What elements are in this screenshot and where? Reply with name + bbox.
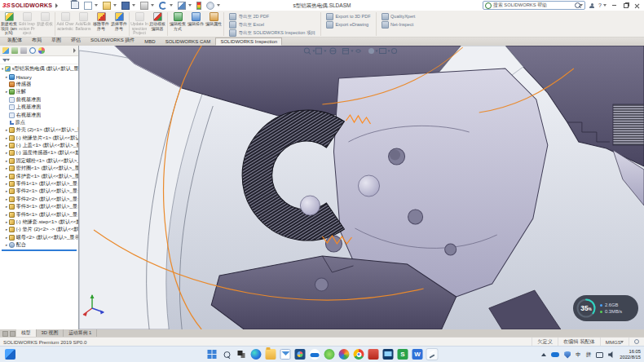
tree-item-component[interactable]: ▸零件2<1> (默认<<默认>_显示状态 (0, 188, 78, 195)
widgets-button[interactable] (5, 349, 15, 360)
displaymanager-tab-icon[interactable] (38, 47, 45, 54)
rebuild-icon[interactable] (196, 2, 201, 10)
tab-model[interactable]: 模型 (16, 329, 37, 337)
new-document-icon[interactable] (84, 2, 92, 10)
tab-3d-views[interactable]: 3D 视图 (37, 329, 64, 337)
login-icon[interactable] (589, 3, 594, 8)
tree-root[interactable]: ▾s型铠装热电偶 (默认<默认_显示状态-1> (0, 65, 78, 73)
select-icon[interactable] (178, 2, 186, 10)
print-dropdown-icon[interactable] (151, 4, 154, 7)
propertymanager-tab-icon[interactable] (11, 47, 18, 54)
save-icon[interactable] (121, 2, 130, 10)
panel-overflow-chevron-icon[interactable] (73, 48, 76, 53)
export-2d-pdf-button[interactable]: 导出至 2D PDF (229, 13, 315, 20)
tab-assembly[interactable]: 装配体 (2, 35, 27, 46)
options-dropdown-icon[interactable] (217, 4, 220, 7)
add-edit-balloons-button[interactable]: Add/Edit Balloons (74, 11, 92, 31)
home-icon[interactable] (71, 2, 79, 9)
tree-item-component[interactable]: ▸固定螺栓<1> (默认<<默认>_显示 (0, 157, 78, 165)
update-inspection-project-button[interactable]: Update Inspection Project (130, 11, 148, 36)
volume-icon[interactable] (608, 351, 615, 358)
help-icon[interactable]: ? (598, 2, 602, 8)
tree-item-component[interactable]: ▸零件3<1> (默认<<默认>_显示状态 (0, 203, 78, 210)
undo-icon[interactable] (159, 2, 167, 10)
tree-item-mates[interactable]: ▸配合 (0, 241, 78, 249)
search-icon[interactable] (575, 2, 580, 8)
tree-item-top-plane[interactable]: 上视基准面 (0, 104, 78, 111)
tree-item-component[interactable]: ▸零件5<1> (默认<<默认>_显示状态 (0, 210, 78, 218)
app-red-icon[interactable] (368, 349, 379, 360)
solidworks-taskbar-icon[interactable] (427, 349, 438, 360)
tree-item-component[interactable]: ▸(-) 垫片 (2)<2> -> (默认<<默认> (0, 226, 78, 233)
undo-dropdown-icon[interactable] (170, 4, 173, 7)
tray-onedrive-icon[interactable] (551, 352, 559, 357)
add-characteristic-button[interactable]: Add Characteristic (56, 11, 74, 31)
restore-button[interactable] (622, 2, 629, 9)
tab-scroll-left-icon[interactable] (2, 331, 8, 337)
tab-solidworks-inspection[interactable]: SOLIDWORKS Inspection (215, 38, 282, 46)
new-inspection-project-button[interactable]: 新建检查项目 (amp;N) (0, 11, 18, 36)
save-dropdown-icon[interactable] (132, 4, 135, 7)
wps-icon[interactable]: W (412, 349, 423, 360)
tree-item-annotations[interactable]: ▸注解 (0, 88, 78, 95)
tree-item-component[interactable]: ▸密封圈<1> (默认<<默认>_显示状 (0, 165, 78, 172)
dimxpertmanager-tab-icon[interactable] (29, 47, 36, 54)
network-icon[interactable] (596, 352, 603, 358)
start-button[interactable] (207, 349, 218, 360)
edit-inspection-project-button[interactable]: Edit Inspection Project (18, 11, 36, 36)
options-icon[interactable] (206, 2, 214, 10)
photos-icon[interactable] (295, 349, 306, 360)
tree-item-right-plane[interactable]: 右视基准面 (0, 111, 78, 118)
tab-solidworks-cam[interactable]: SOLIDWORKS CAM (161, 38, 216, 46)
tray-security-shield-icon[interactable] (564, 351, 571, 359)
featuremanager-tree-tab-icon[interactable] (2, 47, 9, 54)
edit-operation-button[interactable]: 编辑操作 (187, 11, 205, 27)
model-viewport[interactable]: 35% 2.6GB 0.3MB/s (79, 46, 644, 329)
app-s-icon[interactable]: S (398, 349, 408, 360)
filter-dropdown-icon[interactable] (7, 59, 10, 61)
launch-template-editor-button[interactable]: 启动模板编辑器 (148, 11, 166, 31)
ime-mode-indicator[interactable]: 拼 (586, 351, 592, 359)
new-dropdown-icon[interactable] (95, 4, 98, 7)
mail-icon[interactable] (280, 349, 291, 360)
tree-item-component[interactable]: ▸(-) 绝缘垫片<1> (默认<<默认>_显 (0, 135, 78, 142)
minimize-button[interactable] (611, 2, 618, 9)
search-input[interactable]: 搜索 SOLIDWORKS 帮助 (483, 1, 585, 10)
browser-pinwheel-icon[interactable] (339, 349, 350, 360)
hide-show-items-icon[interactable] (368, 48, 374, 54)
print-icon[interactable] (140, 2, 148, 10)
open-icon[interactable] (103, 2, 111, 10)
net-inspect-button[interactable]: Net-Inspect (382, 21, 416, 29)
performance-widget[interactable]: 35% 2.6GB 0.3MB/s (573, 295, 638, 321)
file-explorer-icon[interactable] (266, 349, 276, 360)
tree-item-component[interactable]: ▸保护套<1> (默认<<默认>_显示状 (0, 172, 78, 179)
tab-motion-study[interactable]: 运动算例 1 (64, 329, 97, 337)
onedrive-icon[interactable] (310, 349, 320, 360)
export-3d-pdf-button[interactable]: Export to 3D PDF (326, 13, 371, 20)
help-dropdown-icon[interactable] (603, 4, 607, 7)
tree-item-front-plane[interactable]: 前视基准面 (0, 96, 78, 104)
tree-item-component[interactable]: ▸(-) 上盖<1> (默认<<默认>_显示状 (0, 142, 78, 149)
tree-item-component[interactable]: ▸零件2<2> (默认<<默认>_显示状态 (0, 196, 78, 203)
tab-addins[interactable]: SOLIDWORKS 插件 (86, 35, 139, 46)
units-selector[interactable]: MMGS (600, 338, 629, 346)
tree-filter-row[interactable] (0, 56, 78, 64)
tree-item-origin[interactable]: 原点 (0, 119, 78, 126)
edit-properties-button[interactable]: 编辑属性 (205, 11, 223, 27)
export-edrawing-button[interactable]: Export eDrawing (326, 21, 371, 29)
taskbar-clock[interactable]: 16:05 2022/8/15 (620, 349, 641, 360)
configurationmanager-tab-icon[interactable] (20, 47, 27, 54)
edge-browser-icon[interactable] (251, 349, 262, 360)
open-dropdown-icon[interactable] (113, 4, 117, 7)
tree-item-component[interactable]: ▸(-) 温度传感器<1> (默认<<默认>_ (0, 149, 78, 157)
tree-item-component[interactable]: ▸零件1<1> (默认<<默认>_显示状态 (0, 180, 78, 188)
tree-item-sensors[interactable]: 传感器 (0, 81, 78, 88)
export-excel-button[interactable]: 导出至 Excel (229, 21, 315, 29)
new-template-button[interactable]: 新建模板 (36, 11, 54, 27)
tree-item-component[interactable]: ▸外壳 (2)<1> (默认<<默认>_显示状 (0, 126, 78, 134)
tab-scroll-right-icon[interactable] (10, 331, 15, 337)
units-dropdown-icon[interactable] (620, 341, 624, 343)
tray-expand-chevron-icon[interactable] (541, 353, 546, 356)
pc-manager-icon[interactable] (383, 349, 394, 360)
tree-item-history[interactable]: ▸History (0, 73, 78, 80)
